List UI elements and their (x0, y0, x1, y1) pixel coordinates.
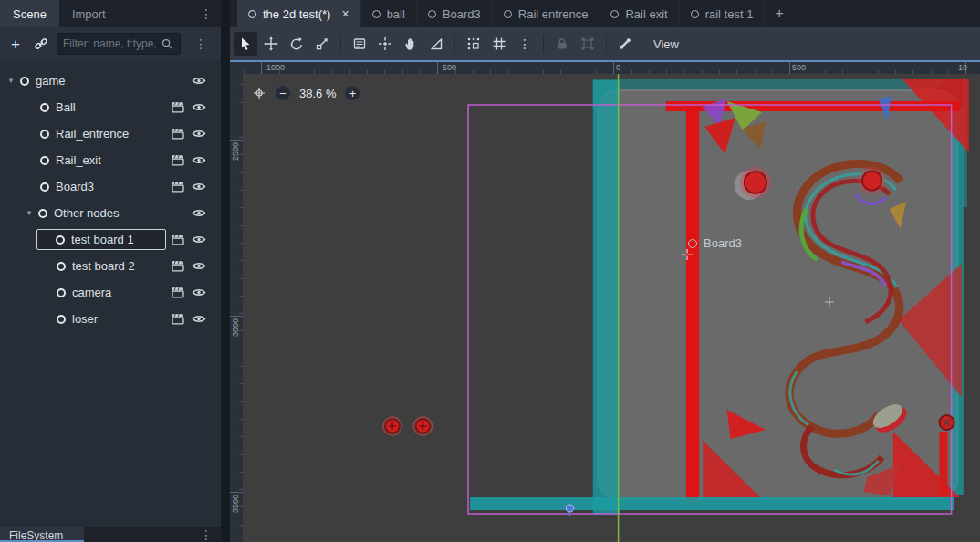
ruler-label: 10 (958, 63, 967, 72)
scene-tab[interactable]: Rail exit (599, 0, 679, 27)
visibility-eye-icon[interactable] (192, 261, 206, 271)
open-instanced-scene-icon[interactable] (172, 287, 184, 298)
pivot-tool-button[interactable] (373, 32, 397, 56)
tree-row-camera[interactable]: camera (0, 279, 221, 306)
node-icon (40, 182, 49, 192)
visibility-eye-icon[interactable] (192, 314, 206, 324)
visibility-eye-icon[interactable] (192, 76, 206, 86)
skeleton-options-button[interactable] (613, 32, 637, 56)
scene-tab[interactable]: Rail entrence (493, 0, 600, 27)
select-tool-button[interactable] (234, 32, 257, 56)
ruler-label: 0 (616, 63, 620, 72)
godot-editor: Scene Import ⋮ + (0, 0, 980, 542)
node-icon (57, 288, 66, 297)
tree-row-rail-exit[interactable]: Rail_exit (0, 147, 221, 173)
visibility-eye-icon[interactable] (192, 182, 206, 192)
plus-icon: + (11, 36, 20, 52)
node-icon (40, 156, 49, 165)
node-icon (372, 10, 381, 18)
node-icon (610, 10, 619, 18)
open-instanced-scene-icon[interactable] (172, 101, 184, 113)
visibility-eye-icon[interactable] (192, 235, 206, 245)
move-tool-button[interactable] (259, 32, 283, 56)
new-scene-tab-button[interactable]: + (765, 0, 793, 27)
tree-row-ball[interactable]: Ball (0, 94, 221, 120)
scene-tab-label: ball (387, 7, 405, 21)
visibility-eye-icon[interactable] (192, 287, 206, 297)
tree-row-rail-entrence[interactable]: Rail_entrence (0, 120, 221, 147)
tree-row-test-board-1[interactable]: test board 1 (0, 226, 221, 253)
visibility-eye-icon[interactable] (192, 102, 206, 112)
2d-canvas[interactable]: − 38.6 % + Board3 (243, 74, 980, 542)
ruler-tool-button[interactable] (424, 32, 448, 56)
scene-dock-toolbar: + ⋮ (0, 27, 221, 60)
zoom-percentage[interactable]: 38.6 % (299, 87, 336, 100)
scale-tool-button[interactable] (310, 32, 334, 56)
open-instanced-scene-icon[interactable] (172, 234, 184, 245)
tree-node-label: Ball (56, 100, 172, 114)
filter-menu-icon[interactable]: ⋮ (186, 36, 215, 51)
scale-icon (315, 36, 329, 51)
scene-tab-label: rail test 1 (705, 7, 754, 21)
view-menu-button[interactable]: View (644, 35, 688, 54)
open-instanced-scene-icon[interactable] (172, 313, 184, 325)
scene-tab[interactable]: Board3 (417, 0, 493, 27)
scene-tab[interactable]: ball (361, 0, 417, 27)
ruler-corner (230, 62, 243, 74)
zoom-out-button[interactable]: − (275, 85, 291, 101)
expand-arrow-icon[interactable]: ▾ (24, 209, 35, 217)
ruler-left[interactable]: 2500 3000 3500 (230, 74, 243, 542)
tree-row-test-board-2[interactable]: test board 2 (0, 253, 221, 279)
expand-arrow-icon[interactable]: ▾ (5, 77, 16, 85)
ruler-tick (230, 316, 243, 317)
lock-object-button[interactable] (550, 32, 574, 56)
close-icon[interactable]: × (341, 7, 349, 20)
tab-filesystem[interactable]: FileSystem (0, 527, 84, 542)
ruler-label: 3000 (231, 318, 240, 337)
visibility-eye-icon[interactable] (192, 129, 206, 139)
scene-tab[interactable]: the 2d test(*) × (237, 0, 361, 27)
open-instanced-scene-icon[interactable] (172, 260, 184, 272)
dock-menu-icon[interactable]: ⋮ (192, 0, 221, 27)
pan-hand-icon (403, 36, 418, 51)
grid-snap-icon (492, 36, 506, 51)
ruler-tick (613, 62, 614, 74)
rotate-tool-button[interactable] (285, 32, 308, 56)
list-select-button[interactable] (348, 32, 371, 56)
scene-tab-label: Board3 (443, 7, 481, 21)
bottom-dock-menu-icon[interactable]: ⋮ (192, 527, 221, 542)
node-icon (57, 262, 66, 271)
group-object-button[interactable] (576, 32, 599, 56)
smart-snap-toggle[interactable] (462, 32, 485, 56)
ruler-top[interactable]: -1000 -500 0 500 10 (243, 62, 980, 74)
zoom-in-button[interactable]: + (344, 85, 360, 101)
visibility-eye-icon[interactable] (192, 208, 206, 218)
toolbar-separator (543, 35, 544, 53)
scene-tab-label: Rail exit (625, 7, 667, 21)
center-view-icon[interactable] (252, 86, 266, 100)
toolbar-separator (340, 35, 341, 53)
instance-scene-button[interactable] (31, 34, 51, 54)
scene-tab[interactable]: rail test 1 (680, 0, 766, 27)
tree-row-game[interactable]: ▾ game (0, 68, 221, 94)
pan-tool-button[interactable] (399, 32, 422, 56)
grid-snap-toggle[interactable] (487, 32, 511, 56)
tab-scene[interactable]: Scene (0, 0, 59, 27)
toolbar-separator (606, 35, 607, 53)
tree-row-other-nodes[interactable]: ▾ Other nodes (0, 200, 221, 226)
left-dock: Scene Import ⋮ + (0, 0, 230, 542)
open-instanced-scene-icon[interactable] (172, 154, 184, 166)
snap-options-button[interactable]: ⋮ (513, 32, 537, 56)
tree-row-loser[interactable]: loser (0, 306, 221, 332)
lock-icon (555, 36, 569, 51)
node-icon (248, 10, 256, 18)
tab-import[interactable]: Import (59, 0, 119, 27)
open-instanced-scene-icon[interactable] (172, 128, 184, 140)
visibility-eye-icon[interactable] (192, 155, 206, 165)
filter-nodes-input[interactable] (63, 37, 161, 50)
tree-row-board3[interactable]: Board3 (0, 173, 221, 200)
add-node-button[interactable]: + (5, 34, 26, 54)
open-instanced-scene-icon[interactable] (172, 181, 184, 193)
selected-node-box[interactable]: test board 1 (36, 229, 166, 250)
node-icon (688, 239, 697, 248)
